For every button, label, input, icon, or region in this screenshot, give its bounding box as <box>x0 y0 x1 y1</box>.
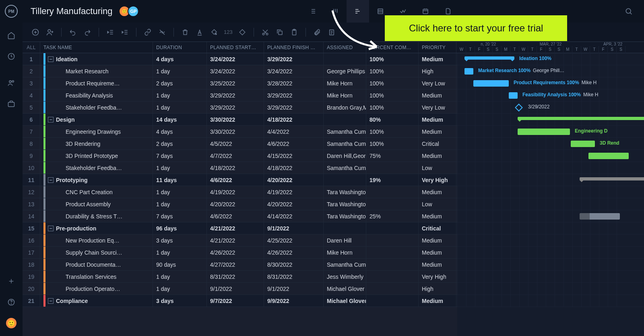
duration-cell[interactable]: 4 days <box>153 126 207 137</box>
priority-cell[interactable]: Low <box>419 198 456 210</box>
task-row[interactable]: 83D Rendering2 days4/5/20224/6/2022Saman… <box>23 138 457 150</box>
finish-cell[interactable]: 8/30/2022 <box>264 259 324 270</box>
finish-cell[interactable]: 4/18/2022 <box>264 114 324 125</box>
app-logo[interactable]: PM <box>5 5 18 18</box>
priority-cell[interactable]: Medium <box>419 186 456 198</box>
task-name-cell[interactable]: Product Requireme… <box>40 77 153 89</box>
priority-cell[interactable]: Medium <box>419 295 456 307</box>
assigned-cell[interactable]: Mike Horn <box>324 247 366 258</box>
task-name-cell[interactable]: Feasibility Analysis <box>40 89 153 101</box>
add-user-button[interactable] <box>43 26 56 39</box>
gantt-milestone[interactable] <box>515 104 523 112</box>
gantt-bar[interactable] <box>571 141 595 147</box>
task-row[interactable]: 5Stakeholder Feedba…1 day3/29/20223/29/2… <box>23 102 457 114</box>
task-name-cell[interactable]: New Production Eq… <box>40 234 153 246</box>
assigned-cell[interactable]: Michael Glover <box>324 283 366 295</box>
priority-cell[interactable]: Medium <box>419 53 456 65</box>
percent-cell[interactable]: 75% <box>366 150 419 162</box>
duration-cell[interactable]: 1 day <box>153 65 207 77</box>
percent-cell[interactable]: 25% <box>366 210 419 222</box>
gantt-bar[interactable] <box>464 68 473 75</box>
duration-cell[interactable]: 1 day <box>153 162 207 174</box>
task-row[interactable]: 6−Design14 days3/30/20224/18/202280%Medi… <box>23 114 457 126</box>
assigned-cell[interactable]: Michael Glover <box>324 295 366 307</box>
task-row[interactable]: 11−Prototyping11 days4/6/20224/20/202219… <box>23 174 457 186</box>
finish-cell[interactable]: 3/29/2022 <box>264 89 324 101</box>
task-name-cell[interactable]: 3D Printed Prototype <box>40 150 153 162</box>
percent-cell[interactable] <box>366 259 419 270</box>
task-name-cell[interactable]: −Prototyping <box>40 174 153 186</box>
assigned-cell[interactable] <box>324 53 366 65</box>
start-cell[interactable]: 3/30/2022 <box>207 126 264 137</box>
gantt-chart[interactable]: n, 20 '22MAR, 27 '22APR, 3 '22 WTFSSMTWT… <box>457 42 644 336</box>
percent-cell[interactable]: 100% <box>366 65 419 77</box>
percent-cell[interactable]: 80% <box>366 114 419 125</box>
gantt-bar[interactable] <box>588 153 629 159</box>
percent-cell[interactable] <box>366 295 419 307</box>
list-view-tab[interactable] <box>301 0 324 23</box>
collapse-toggle[interactable]: − <box>48 117 54 122</box>
finish-cell[interactable]: 4/15/2022 <box>264 150 324 162</box>
task-row[interactable]: 3Product Requireme…2 days3/25/20223/28/2… <box>23 77 457 89</box>
percent-cell[interactable]: 100% <box>366 126 419 137</box>
finish-cell[interactable]: 4/18/2022 <box>264 162 324 174</box>
task-row[interactable]: 14Durability & Stress T…7 days4/6/20224/… <box>23 210 457 222</box>
priority-cell[interactable]: Medium <box>419 150 456 162</box>
finish-cell[interactable]: 3/28/2022 <box>264 77 324 89</box>
start-cell[interactable]: 3/30/2022 <box>207 114 264 125</box>
finish-cell[interactable]: 9/1/2022 <box>264 222 324 234</box>
start-cell[interactable]: 3/29/2022 <box>207 102 264 113</box>
task-name-cell[interactable]: CNC Part Creation <box>40 186 153 198</box>
search-icon[interactable] <box>621 4 636 19</box>
percent-cell[interactable]: 100% <box>366 89 419 101</box>
priority-cell[interactable]: Low <box>419 162 456 174</box>
assigned-cell[interactable]: Samantha Cum <box>324 162 366 174</box>
percent-cell[interactable]: 100% <box>366 53 419 65</box>
duration-cell[interactable]: 1 day <box>153 283 207 295</box>
finish-cell[interactable]: 4/14/2022 <box>264 210 324 222</box>
fill-color-button[interactable] <box>208 26 221 39</box>
col-planned-finish[interactable]: PLANNED FINISH … <box>264 42 324 53</box>
priority-cell[interactable]: High <box>419 283 456 295</box>
duration-cell[interactable]: 96 days <box>153 222 207 234</box>
duration-cell[interactable]: 1 day <box>153 271 207 282</box>
assigned-cell[interactable]: Mike Horn <box>324 77 366 89</box>
assigned-cell[interactable]: Jess Wimberly <box>324 271 366 282</box>
percent-cell[interactable]: 100% <box>366 102 419 113</box>
task-row[interactable]: 2Market Research1 day3/24/20223/24/2022G… <box>23 65 457 77</box>
percent-cell[interactable] <box>366 271 419 282</box>
collapse-toggle[interactable]: − <box>48 226 54 231</box>
col-all[interactable]: ALL <box>23 42 40 53</box>
cta-banner[interactable]: Click here to start your free trial <box>385 15 567 41</box>
delete-button[interactable] <box>179 26 192 39</box>
priority-cell[interactable]: Critical <box>419 222 456 234</box>
outdent-button[interactable] <box>104 26 117 39</box>
percent-cell[interactable] <box>366 186 419 198</box>
paste-button[interactable] <box>288 26 301 39</box>
task-row[interactable]: 93D Printed Prototype7 days4/7/20224/15/… <box>23 150 457 162</box>
task-name-cell[interactable]: Engineering Drawings <box>40 126 153 137</box>
finish-cell[interactable]: 4/26/2022 <box>264 247 324 258</box>
home-icon[interactable] <box>3 27 19 44</box>
task-row[interactable]: 1−Ideation4 days3/24/20223/29/2022100%Me… <box>23 53 457 65</box>
assigned-cell[interactable]: Daren Hill <box>324 234 366 246</box>
help-icon[interactable] <box>3 294 19 310</box>
task-name-cell[interactable]: −Pre-production <box>40 222 153 234</box>
priority-cell[interactable]: Very High <box>419 174 456 186</box>
gantt-bar[interactable] <box>509 92 518 99</box>
task-name-cell[interactable]: Production Operato… <box>40 283 153 295</box>
task-name-cell[interactable]: Durability & Stress T… <box>40 210 153 222</box>
duration-cell[interactable]: 1 day <box>153 186 207 198</box>
work-icon[interactable] <box>3 96 19 112</box>
priority-cell[interactable]: Medium <box>419 114 456 125</box>
start-cell[interactable]: 9/7/2022 <box>207 295 264 307</box>
task-name-cell[interactable]: Stakeholder Feedba… <box>40 102 153 113</box>
duration-cell[interactable]: 1 day <box>153 102 207 113</box>
add-icon[interactable] <box>3 273 19 289</box>
start-cell[interactable]: 3/29/2022 <box>207 89 264 101</box>
finish-cell[interactable]: 4/20/2022 <box>264 174 324 186</box>
board-view-tab[interactable] <box>324 0 347 23</box>
percent-cell[interactable] <box>366 283 419 295</box>
duration-cell[interactable]: 1 day <box>153 89 207 101</box>
task-row[interactable]: 12CNC Part Creation1 day4/19/20224/19/20… <box>23 186 457 198</box>
